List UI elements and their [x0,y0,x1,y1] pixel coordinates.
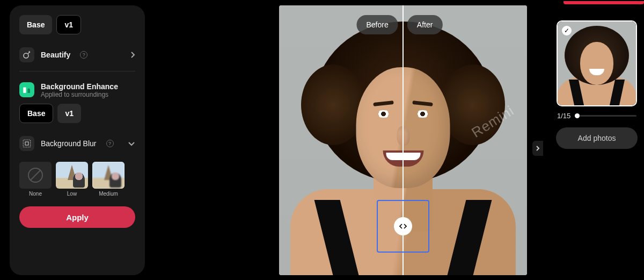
bg-blur-label: Background Blur [41,139,97,148]
blur-medium-label: Medium [92,191,125,197]
photo-thumbnail[interactable]: ✓ [557,20,637,106]
accent-strip [564,1,644,4]
beautify-row[interactable]: Beautify ? [19,42,135,68]
bg-blur-row[interactable]: Background Blur ? [19,131,135,156]
bg-blur-icon [19,136,34,151]
compare-slider-region [377,200,429,253]
photo-rail: ✓ 1/15 Add photos [550,5,644,275]
blur-low-label: Low [56,191,88,197]
bg-enhance-title: Background Enhance [41,82,118,91]
divider [19,71,135,71]
version-v1-button[interactable]: v1 [56,15,81,34]
beautify-label: Beautify [41,51,70,59]
selected-check-icon: ✓ [562,26,572,35]
bg-enhance-subtitle: Applied to surroundings [41,91,118,98]
svg-rect-2 [23,140,31,147]
beautify-icon [19,47,34,62]
bg-enhance-v1-button[interactable]: v1 [57,104,81,123]
bg-enhance-icon [19,82,34,97]
photo-counter-row: 1/15 [553,112,641,120]
info-icon[interactable]: ? [80,51,87,59]
svg-rect-1 [23,88,26,94]
add-photos-button[interactable]: Add photos [556,127,638,149]
blur-option-medium[interactable]: Medium [92,162,125,197]
after-tag: After [407,15,443,34]
before-tag: Before [356,15,398,34]
chevron-down-icon [128,141,135,146]
apply-button[interactable]: Apply [19,206,135,228]
settings-panel: Base v1 Beautify ? Background Enhance Ap… [10,5,145,275]
chevron-right-icon [130,51,135,59]
svg-point-0 [24,53,28,58]
photo-scrollbar[interactable] [575,115,636,117]
svg-rect-3 [25,142,28,145]
bg-enhance-base-button[interactable]: Base [19,104,53,123]
version-base-button[interactable]: Base [19,15,52,34]
bg-blur-options: None Low Medium [19,162,135,197]
compare-canvas[interactable]: Remini Before After [279,5,527,275]
photo-counter: 1/15 [557,112,570,120]
none-icon [28,168,43,183]
blur-none-label: None [19,191,52,197]
blur-option-none[interactable]: None [19,162,52,197]
expand-rail-button[interactable] [532,141,543,156]
info-icon[interactable]: ? [106,140,114,147]
blur-option-low[interactable]: Low [56,162,88,197]
version-selector: Base v1 [19,15,135,34]
compare-slider-handle[interactable] [394,217,412,235]
bg-enhance-row: Background Enhance Applied to surroundin… [19,77,135,100]
bg-enhance-options: Base v1 [19,104,135,123]
